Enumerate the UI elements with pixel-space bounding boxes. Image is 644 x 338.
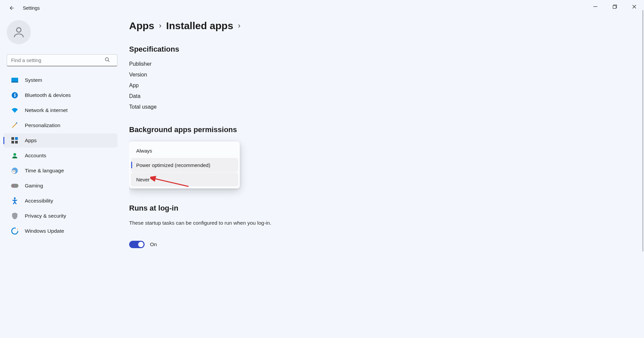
chevron-right-icon: › bbox=[159, 21, 161, 30]
breadcrumb-apps[interactable]: Apps bbox=[129, 20, 154, 32]
runs-at-login-description: These startup tasks can be configured to… bbox=[129, 220, 637, 226]
window-controls bbox=[586, 0, 644, 13]
sidebar-item-personalization[interactable]: Personalization bbox=[3, 118, 117, 132]
svg-point-3 bbox=[16, 28, 21, 32]
system-icon bbox=[11, 76, 19, 84]
runs-at-login-toggle-row: On bbox=[129, 241, 637, 248]
sidebar-item-label: Apps bbox=[25, 137, 37, 144]
gamepad-icon bbox=[11, 182, 19, 190]
main-content: Apps › Installed apps › Specifications P… bbox=[129, 20, 637, 338]
svg-point-7 bbox=[12, 92, 18, 98]
minimize-icon bbox=[593, 5, 597, 9]
svg-point-13 bbox=[13, 153, 16, 156]
brush-icon bbox=[11, 121, 19, 129]
titlebar: Settings bbox=[0, 0, 644, 16]
spec-publisher: Publisher bbox=[129, 61, 637, 67]
spec-version: Version bbox=[129, 72, 637, 78]
svg-rect-16 bbox=[11, 184, 18, 188]
shield-icon bbox=[11, 212, 19, 220]
dropdown-option-always[interactable]: Always bbox=[131, 144, 238, 158]
svg-rect-11 bbox=[11, 141, 14, 144]
svg-rect-12 bbox=[15, 141, 18, 144]
spec-app: App bbox=[129, 82, 637, 89]
breadcrumb: Apps › Installed apps › bbox=[129, 20, 637, 32]
update-icon bbox=[11, 227, 19, 235]
toggle-label: On bbox=[150, 241, 157, 247]
breadcrumb-installed-apps[interactable]: Installed apps bbox=[166, 20, 233, 32]
wifi-icon bbox=[11, 106, 19, 114]
sidebar-item-system[interactable]: System bbox=[3, 73, 117, 87]
sidebar-item-label: Time & language bbox=[25, 168, 64, 174]
sidebar-item-label: Network & internet bbox=[25, 107, 68, 113]
scrollbar[interactable] bbox=[642, 10, 643, 251]
specifications-heading: Specifications bbox=[129, 45, 637, 54]
maximize-icon bbox=[613, 5, 617, 9]
dropdown-option-never[interactable]: Never bbox=[131, 172, 238, 186]
svg-point-4 bbox=[105, 58, 108, 61]
sidebar-item-network[interactable]: Network & internet bbox=[3, 103, 117, 117]
sidebar-item-label: Accounts bbox=[25, 153, 46, 159]
sidebar-item-accounts[interactable]: Accounts bbox=[3, 149, 117, 163]
sidebar-item-label: Windows Update bbox=[25, 228, 64, 234]
sidebar-item-bluetooth[interactable]: Bluetooth & devices bbox=[3, 88, 117, 102]
person-icon bbox=[12, 25, 25, 39]
sidebar-item-label: Gaming bbox=[25, 183, 43, 189]
sidebar-item-accessibility[interactable]: Accessibility bbox=[3, 194, 117, 208]
sidebar-item-windows-update[interactable]: Windows Update bbox=[3, 224, 117, 238]
svg-point-17 bbox=[13, 185, 14, 186]
svg-rect-6 bbox=[11, 81, 18, 83]
search-icon bbox=[105, 57, 110, 64]
apps-icon bbox=[11, 136, 19, 145]
dropdown-option-power-optimized[interactable]: Power optimized (recommended) bbox=[131, 158, 238, 172]
sidebar-item-label: System bbox=[25, 77, 42, 83]
window-title: Settings bbox=[23, 5, 40, 11]
sidebar-item-label: Bluetooth & devices bbox=[25, 92, 71, 98]
svg-point-18 bbox=[16, 185, 17, 186]
back-button[interactable] bbox=[3, 0, 19, 16]
sidebar-item-privacy[interactable]: Privacy & security bbox=[3, 209, 117, 223]
bluetooth-icon bbox=[11, 91, 19, 99]
dropdown-option-label: Never bbox=[136, 177, 150, 182]
clock-globe-icon bbox=[11, 167, 19, 175]
accounts-icon bbox=[11, 152, 19, 160]
search-container bbox=[7, 54, 117, 66]
dropdown-option-label: Always bbox=[136, 148, 152, 154]
accessibility-icon bbox=[11, 197, 19, 205]
close-button[interactable] bbox=[625, 0, 644, 13]
user-avatar[interactable] bbox=[7, 20, 31, 44]
runs-at-login-heading: Runs at log-in bbox=[129, 204, 637, 213]
back-arrow-icon bbox=[8, 5, 14, 11]
svg-rect-5 bbox=[11, 78, 18, 82]
minimize-button[interactable] bbox=[586, 0, 605, 13]
sidebar-item-apps[interactable]: Apps bbox=[3, 133, 117, 148]
maximize-button[interactable] bbox=[605, 0, 625, 13]
sidebar: System Bluetooth & devices Network & int… bbox=[0, 16, 121, 338]
svg-rect-10 bbox=[15, 137, 18, 140]
close-icon bbox=[632, 5, 636, 9]
spec-data: Data bbox=[129, 93, 637, 99]
svg-rect-2 bbox=[613, 6, 616, 9]
dropdown-option-label: Power optimized (recommended) bbox=[136, 162, 210, 168]
search-input[interactable] bbox=[7, 54, 117, 66]
spec-total-usage: Total usage bbox=[129, 104, 637, 110]
sidebar-item-label: Accessibility bbox=[25, 198, 53, 204]
sidebar-item-gaming[interactable]: Gaming bbox=[3, 179, 117, 193]
background-perms-dropdown[interactable]: Always Power optimized (recommended) Nev… bbox=[129, 142, 240, 188]
settings-window: Settings System bbox=[0, 0, 644, 338]
nav-list: System Bluetooth & devices Network & int… bbox=[0, 73, 121, 238]
sidebar-item-label: Privacy & security bbox=[25, 213, 66, 219]
sidebar-item-time-language[interactable]: Time & language bbox=[3, 164, 117, 178]
chevron-right-icon: › bbox=[238, 21, 240, 30]
svg-rect-0 bbox=[593, 6, 597, 7]
background-perms-heading: Background apps permissions bbox=[129, 125, 637, 134]
sidebar-item-label: Personalization bbox=[25, 122, 60, 128]
runs-at-login-toggle[interactable] bbox=[129, 241, 145, 248]
svg-point-19 bbox=[14, 185, 15, 185]
svg-rect-9 bbox=[11, 137, 14, 140]
svg-point-21 bbox=[12, 228, 18, 234]
